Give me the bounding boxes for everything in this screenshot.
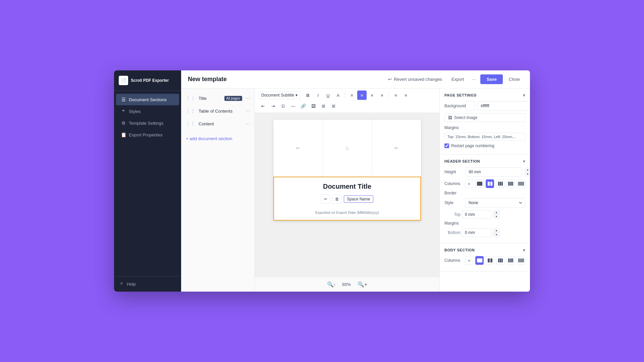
- zoom-out-button[interactable]: 🔍-: [324, 280, 338, 289]
- align-justify-button[interactable]: ≡: [377, 90, 387, 100]
- height-increment[interactable]: ▲: [525, 168, 530, 172]
- sidebar-item-styles[interactable]: ❝ Styles: [116, 106, 179, 117]
- col-btn-x[interactable]: [465, 179, 473, 188]
- edit-icon-center[interactable]: ◇: [345, 145, 349, 151]
- body-col-btn-full[interactable]: [475, 256, 484, 265]
- add-button[interactable]: ⊞: [319, 101, 328, 111]
- sidebar-item-export-properties[interactable]: 📋 Export Properties: [116, 129, 179, 140]
- body-col-btn-sixth[interactable]: [517, 256, 525, 265]
- text-color-button[interactable]: A: [333, 90, 343, 100]
- indent-right-button[interactable]: ⇥: [268, 101, 278, 111]
- sidebar-logo: 📄 Scroll PDF Exporter: [114, 70, 181, 91]
- template-settings-icon: ⚙: [121, 120, 126, 126]
- special-char-button[interactable]: Ω: [278, 101, 288, 111]
- header-section-collapse[interactable]: ▾: [523, 159, 525, 164]
- doc-edit-button[interactable]: ✏: [321, 194, 330, 204]
- export-button[interactable]: Export: [448, 75, 468, 84]
- section-more-toc[interactable]: ···: [246, 108, 250, 114]
- body-section-collapse[interactable]: ▾: [523, 247, 525, 253]
- background-row: Background: [444, 101, 525, 111]
- col-btn-sixth[interactable]: [517, 179, 525, 188]
- style-selector[interactable]: Document Subtitle ▾: [258, 91, 301, 99]
- section-more-title[interactable]: ···: [246, 95, 250, 101]
- top-increment[interactable]: ▲: [493, 210, 499, 215]
- doc-delete-button[interactable]: 🗑: [332, 194, 342, 204]
- bottom-label: Bottom: [444, 230, 461, 235]
- bottom-decrement[interactable]: ▼: [493, 233, 499, 237]
- col-btn-third[interactable]: [496, 179, 504, 188]
- save-button[interactable]: Save: [480, 74, 502, 84]
- background-color-swatch[interactable]: [466, 101, 475, 111]
- drag-handle-toc: ⋮⋮: [186, 108, 195, 114]
- top-input[interactable]: [462, 210, 492, 219]
- hr-button[interactable]: —: [288, 101, 298, 111]
- help-label: Help: [127, 282, 136, 287]
- page-settings-title: PAGE SETTINGS: [444, 93, 477, 97]
- body-col-btn-quarter[interactable]: [506, 256, 515, 265]
- body-col-btn-x[interactable]: [465, 256, 473, 265]
- space-name-tag[interactable]: Space Name: [344, 195, 373, 203]
- page-doc-actions: ✏ 🗑 Space Name: [279, 194, 415, 204]
- align-center-button[interactable]: ≡: [357, 90, 367, 100]
- link-button[interactable]: 🔗: [299, 101, 308, 111]
- height-decrement[interactable]: ▼: [525, 172, 530, 176]
- edit-icon-left[interactable]: ✏: [296, 145, 300, 151]
- zoom-in-button[interactable]: 🔍+: [355, 280, 370, 289]
- col-btn-quarter[interactable]: [506, 179, 515, 188]
- sidebar-item-label: Template Settings: [129, 121, 163, 126]
- body-col-full-icon: [477, 258, 482, 262]
- sidebar-item-template-settings[interactable]: ⚙ Template Settings: [116, 117, 179, 129]
- sidebar-item-document-sections[interactable]: ☰ Document Sections: [116, 94, 179, 105]
- bold-button[interactable]: B: [303, 90, 313, 100]
- select-image-button[interactable]: 🖼 Select image: [444, 113, 525, 122]
- help-item[interactable]: 〃 Help: [114, 276, 181, 292]
- page-settings-collapse[interactable]: ▾: [523, 93, 525, 98]
- margins-value[interactable]: Top: 15mm, Bottom: 15mm, Left: 20mm,...: [444, 133, 525, 141]
- page-col-center[interactable]: ◇: [323, 120, 372, 176]
- page-col-left[interactable]: ✏: [273, 120, 323, 176]
- section-item-content[interactable]: ⋮⋮ Content ···: [181, 117, 255, 130]
- list-bullet-button[interactable]: ≡: [391, 90, 400, 100]
- margins-bottom-section-label: Margins: [444, 221, 463, 226]
- columns-label: Columns: [444, 181, 463, 186]
- edit-icon-right[interactable]: ✏: [394, 145, 398, 151]
- drag-handle-content: ⋮⋮: [186, 121, 195, 126]
- sections-panel: ⋮⋮ Title All pages ··· ⋮⋮ Table of Conte…: [181, 88, 255, 292]
- right-panel: PAGE SETTINGS ▾ Background 🖼 Select imag…: [439, 88, 530, 292]
- page-col-right[interactable]: ✏: [372, 120, 421, 176]
- align-left-button[interactable]: ≡: [347, 90, 357, 100]
- body-section-header: BODY SECTION ▾: [444, 247, 525, 253]
- table-button[interactable]: ⊞: [329, 101, 338, 111]
- italic-button[interactable]: I: [313, 90, 323, 100]
- export-properties-icon: 📋: [121, 132, 126, 137]
- bottom-input[interactable]: [462, 228, 492, 237]
- restart-numbering-checkbox[interactable]: [444, 143, 449, 148]
- list-ordered-button[interactable]: ≡: [401, 90, 411, 100]
- col-x-icon: [468, 181, 471, 186]
- restart-numbering-row: Restart page numbering: [444, 143, 525, 148]
- border-top-row: Top ▲ ▼: [444, 210, 525, 219]
- align-right-button[interactable]: ≡: [367, 90, 377, 100]
- add-section-button[interactable]: + add document section: [181, 133, 255, 144]
- body-col-sixth-icon: [518, 258, 524, 262]
- body-col-btn-half[interactable]: [486, 256, 494, 265]
- section-more-content[interactable]: ···: [246, 121, 250, 127]
- more-button[interactable]: ···: [470, 75, 478, 84]
- section-item-toc[interactable]: ⋮⋮ Table of Contents ···: [181, 105, 255, 117]
- col-btn-full[interactable]: [475, 179, 484, 188]
- border-style-select[interactable]: None Solid Dashed: [466, 198, 525, 207]
- underline-button[interactable]: U: [323, 90, 333, 100]
- indent-left-button[interactable]: ⇤: [258, 101, 268, 111]
- height-input[interactable]: [466, 167, 522, 177]
- sidebar-item-label: Export Properties: [129, 132, 162, 137]
- page-title: New template: [188, 76, 381, 83]
- image-button[interactable]: 🖼: [309, 101, 318, 111]
- close-button[interactable]: Close: [505, 74, 523, 84]
- background-color-input[interactable]: [478, 101, 530, 111]
- body-col-btn-third[interactable]: [496, 256, 504, 265]
- section-item-title[interactable]: ⋮⋮ Title All pages ···: [181, 92, 255, 105]
- revert-button[interactable]: ↩ Revert unsaved changes: [385, 75, 445, 84]
- col-btn-half[interactable]: [486, 179, 494, 188]
- bottom-increment[interactable]: ▲: [493, 228, 499, 233]
- top-decrement[interactable]: ▼: [493, 215, 499, 219]
